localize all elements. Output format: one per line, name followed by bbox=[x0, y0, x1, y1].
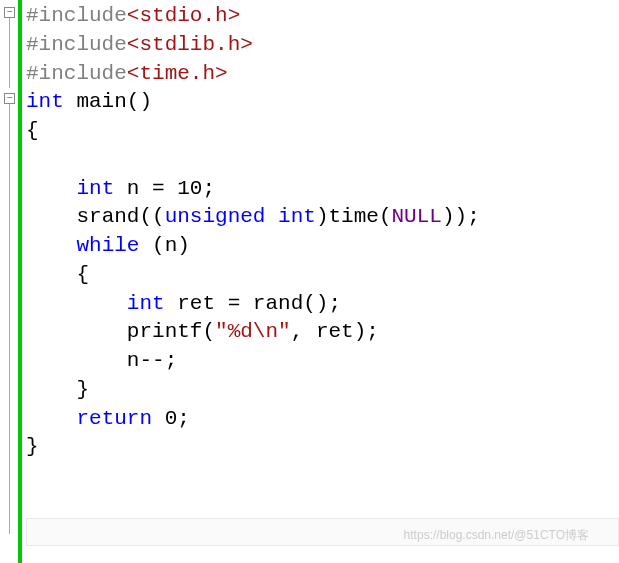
code-text: 0; bbox=[152, 407, 190, 430]
indent bbox=[26, 205, 76, 228]
code-line: n--; bbox=[26, 347, 619, 376]
code-line: #include<stdlib.h> bbox=[26, 31, 619, 60]
code-line: return 0; bbox=[26, 405, 619, 434]
code-text: n = 10; bbox=[114, 177, 215, 200]
code-line: } bbox=[26, 376, 619, 405]
indent bbox=[26, 349, 127, 372]
indent bbox=[26, 263, 76, 286]
code-line: #include<time.h> bbox=[26, 60, 619, 89]
code-text: main() bbox=[64, 90, 152, 113]
code-line: { bbox=[26, 261, 619, 290]
preprocessor-directive: #include bbox=[26, 33, 127, 56]
code-line: srand((unsigned int)time(NULL)); bbox=[26, 203, 619, 232]
code-editor[interactable]: #include<stdio.h> #include<stdlib.h> #in… bbox=[26, 0, 619, 462]
keyword-while: while bbox=[76, 234, 139, 257]
indent bbox=[26, 234, 76, 257]
fold-line bbox=[9, 18, 10, 88]
include-header: <time.h> bbox=[127, 62, 228, 85]
fold-toggle-icon[interactable] bbox=[4, 7, 15, 18]
code-line: } bbox=[26, 433, 619, 462]
indent bbox=[26, 292, 127, 315]
code-line: printf("%d\n", ret); bbox=[26, 318, 619, 347]
code-line: while (n) bbox=[26, 232, 619, 261]
keyword-int: int bbox=[26, 90, 64, 113]
code-text: )time( bbox=[316, 205, 392, 228]
fold-line bbox=[9, 104, 10, 534]
code-text: (n) bbox=[139, 234, 189, 257]
preprocessor-directive: #include bbox=[26, 62, 127, 85]
keyword-int: int bbox=[278, 205, 316, 228]
indent bbox=[26, 177, 76, 200]
indent bbox=[26, 407, 76, 430]
code-text: , ret); bbox=[291, 320, 379, 343]
code-line: int ret = rand(); bbox=[26, 290, 619, 319]
indent bbox=[26, 320, 127, 343]
brace: { bbox=[76, 263, 89, 286]
preprocessor-directive: #include bbox=[26, 4, 127, 27]
code-text: srand(( bbox=[76, 205, 164, 228]
keyword-int: int bbox=[76, 177, 114, 200]
include-header: <stdio.h> bbox=[127, 4, 240, 27]
null-constant: NULL bbox=[392, 205, 442, 228]
watermark-text: https://blog.csdn.net/@51CTO博客 bbox=[404, 527, 589, 543]
code-line bbox=[26, 146, 619, 175]
keyword-return: return bbox=[76, 407, 152, 430]
code-text: )); bbox=[442, 205, 480, 228]
code-text: n--; bbox=[127, 349, 177, 372]
code-line: { bbox=[26, 117, 619, 146]
brace: { bbox=[26, 119, 39, 142]
code-gutter bbox=[0, 0, 22, 563]
code-text: ret = rand(); bbox=[165, 292, 341, 315]
include-header: <stdlib.h> bbox=[127, 33, 253, 56]
code-text: printf( bbox=[127, 320, 215, 343]
code-line: #include<stdio.h> bbox=[26, 2, 619, 31]
code-line: int main() bbox=[26, 88, 619, 117]
space bbox=[265, 205, 278, 228]
string-literal: "%d\n" bbox=[215, 320, 291, 343]
keyword-unsigned: unsigned bbox=[165, 205, 266, 228]
brace: } bbox=[76, 378, 89, 401]
indent bbox=[26, 378, 76, 401]
brace: } bbox=[26, 435, 39, 458]
keyword-int: int bbox=[127, 292, 165, 315]
code-line: int n = 10; bbox=[26, 175, 619, 204]
fold-toggle-icon[interactable] bbox=[4, 93, 15, 104]
